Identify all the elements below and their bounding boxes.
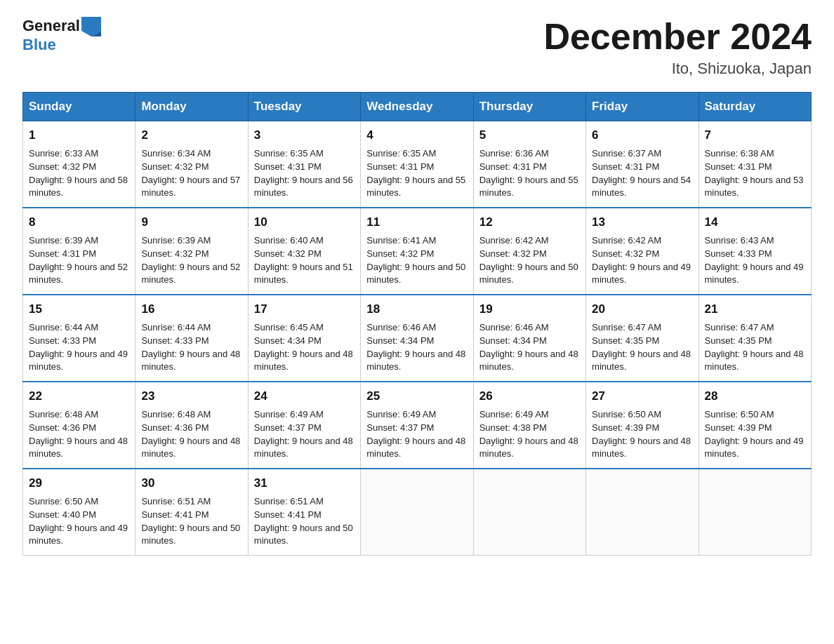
day-info: Sunrise: 6:37 AMSunset: 4:31 PMDaylight:… [592,148,691,199]
day-number: 19 [479,301,580,318]
day-number: 9 [141,214,241,232]
table-row: 7 Sunrise: 6:38 AMSunset: 4:31 PMDayligh… [699,121,811,208]
table-row: 27 Sunrise: 6:50 AMSunset: 4:39 PMDaylig… [586,382,699,469]
weekday-header-row: Sunday Monday Tuesday Wednesday Thursday… [23,93,812,121]
table-row: 18 Sunrise: 6:46 AMSunset: 4:34 PMDaylig… [361,295,473,382]
day-number: 22 [29,388,129,405]
day-number: 20 [592,301,692,318]
day-number: 1 [29,127,129,145]
table-row: 20 Sunrise: 6:47 AMSunset: 4:35 PMDaylig… [586,295,699,382]
day-number: 15 [29,301,129,318]
location: Ito, Shizuoka, Japan [543,60,812,78]
day-info: Sunrise: 6:36 AMSunset: 4:31 PMDaylight:… [479,148,578,199]
day-number: 10 [254,214,355,232]
table-row: 11 Sunrise: 6:41 AMSunset: 4:32 PMDaylig… [361,208,473,295]
day-number: 30 [141,475,241,492]
day-number: 27 [592,388,692,405]
calendar-week-row: 15 Sunrise: 6:44 AMSunset: 4:33 PMDaylig… [23,295,812,382]
day-info: Sunrise: 6:43 AMSunset: 4:33 PMDaylight:… [705,235,804,286]
day-info: Sunrise: 6:50 AMSunset: 4:40 PMDaylight:… [29,496,128,546]
day-number: 18 [366,301,467,318]
table-row: 13 Sunrise: 6:42 AMSunset: 4:32 PMDaylig… [586,208,699,295]
table-row: 29 Sunrise: 6:50 AMSunset: 4:40 PMDaylig… [23,469,135,556]
table-row: 15 Sunrise: 6:44 AMSunset: 4:33 PMDaylig… [23,295,135,382]
table-row: 1 Sunrise: 6:33 AMSunset: 4:32 PMDayligh… [23,121,135,208]
day-info: Sunrise: 6:49 AMSunset: 4:37 PMDaylight:… [254,409,353,459]
calendar-week-row: 1 Sunrise: 6:33 AMSunset: 4:32 PMDayligh… [23,121,812,208]
calendar-week-row: 22 Sunrise: 6:48 AMSunset: 4:36 PMDaylig… [23,382,812,469]
table-row: 2 Sunrise: 6:34 AMSunset: 4:32 PMDayligh… [135,121,248,208]
header-tuesday: Tuesday [248,93,360,121]
table-row: 22 Sunrise: 6:48 AMSunset: 4:36 PMDaylig… [23,382,135,469]
day-number: 14 [705,214,805,232]
table-row: 12 Sunrise: 6:42 AMSunset: 4:32 PMDaylig… [473,208,585,295]
logo-text: General Blue [22,17,101,53]
logo-icon [81,17,101,36]
day-info: Sunrise: 6:35 AMSunset: 4:31 PMDaylight:… [366,148,465,199]
day-number: 8 [29,214,129,232]
table-row: 21 Sunrise: 6:47 AMSunset: 4:35 PMDaylig… [699,295,811,382]
table-row [699,469,811,556]
day-info: Sunrise: 6:40 AMSunset: 4:32 PMDaylight:… [254,235,353,286]
calendar-week-row: 8 Sunrise: 6:39 AMSunset: 4:31 PMDayligh… [23,208,812,295]
day-info: Sunrise: 6:41 AMSunset: 4:32 PMDaylight:… [366,235,465,286]
day-number: 28 [705,388,805,405]
day-number: 24 [254,388,355,405]
table-row [586,469,699,556]
table-row: 8 Sunrise: 6:39 AMSunset: 4:31 PMDayligh… [23,208,135,295]
table-row: 24 Sunrise: 6:49 AMSunset: 4:37 PMDaylig… [248,382,360,469]
table-row: 26 Sunrise: 6:49 AMSunset: 4:38 PMDaylig… [473,382,585,469]
day-info: Sunrise: 6:47 AMSunset: 4:35 PMDaylight:… [592,322,691,373]
table-row [473,469,585,556]
day-info: Sunrise: 6:46 AMSunset: 4:34 PMDaylight:… [366,322,465,373]
header-friday: Friday [586,93,699,121]
day-info: Sunrise: 6:48 AMSunset: 4:36 PMDaylight:… [29,409,128,459]
table-row: 25 Sunrise: 6:49 AMSunset: 4:37 PMDaylig… [361,382,473,469]
day-number: 4 [366,127,467,145]
day-number: 2 [141,127,241,145]
day-info: Sunrise: 6:42 AMSunset: 4:32 PMDaylight:… [592,235,691,286]
day-info: Sunrise: 6:50 AMSunset: 4:39 PMDaylight:… [705,409,804,459]
day-number: 3 [254,127,355,145]
day-number: 16 [141,301,241,318]
day-number: 31 [254,475,355,492]
table-row: 14 Sunrise: 6:43 AMSunset: 4:33 PMDaylig… [699,208,811,295]
table-row: 9 Sunrise: 6:39 AMSunset: 4:32 PMDayligh… [135,208,248,295]
day-number: 26 [479,388,580,405]
day-info: Sunrise: 6:39 AMSunset: 4:32 PMDaylight:… [141,235,240,286]
day-info: Sunrise: 6:35 AMSunset: 4:31 PMDaylight:… [254,148,353,199]
day-info: Sunrise: 6:47 AMSunset: 4:35 PMDaylight:… [705,322,804,373]
table-row [361,469,473,556]
day-info: Sunrise: 6:44 AMSunset: 4:33 PMDaylight:… [141,322,240,373]
table-row: 3 Sunrise: 6:35 AMSunset: 4:31 PMDayligh… [248,121,360,208]
header-monday: Monday [135,93,248,121]
day-number: 17 [254,301,355,318]
day-info: Sunrise: 6:42 AMSunset: 4:32 PMDaylight:… [479,235,578,286]
day-info: Sunrise: 6:48 AMSunset: 4:36 PMDaylight:… [141,409,240,459]
day-number: 12 [479,214,580,232]
header-sunday: Sunday [23,93,135,121]
day-info: Sunrise: 6:50 AMSunset: 4:39 PMDaylight:… [592,409,691,459]
logo: General Blue [22,17,101,53]
table-row: 5 Sunrise: 6:36 AMSunset: 4:31 PMDayligh… [473,121,585,208]
day-info: Sunrise: 6:46 AMSunset: 4:34 PMDaylight:… [479,322,578,373]
calendar-table: Sunday Monday Tuesday Wednesday Thursday… [22,92,812,556]
day-info: Sunrise: 6:39 AMSunset: 4:31 PMDaylight:… [29,235,128,286]
day-number: 23 [141,388,241,405]
day-number: 7 [705,127,805,145]
table-row: 30 Sunrise: 6:51 AMSunset: 4:41 PMDaylig… [135,469,248,556]
table-row: 6 Sunrise: 6:37 AMSunset: 4:31 PMDayligh… [586,121,699,208]
table-row: 17 Sunrise: 6:45 AMSunset: 4:34 PMDaylig… [248,295,360,382]
logo-blue-text: Blue [22,36,56,53]
table-row: 23 Sunrise: 6:48 AMSunset: 4:36 PMDaylig… [135,382,248,469]
table-row: 16 Sunrise: 6:44 AMSunset: 4:33 PMDaylig… [135,295,248,382]
header-saturday: Saturday [699,93,811,121]
day-number: 13 [592,214,692,232]
table-row: 10 Sunrise: 6:40 AMSunset: 4:32 PMDaylig… [248,208,360,295]
day-info: Sunrise: 6:51 AMSunset: 4:41 PMDaylight:… [141,496,240,546]
calendar-week-row: 29 Sunrise: 6:50 AMSunset: 4:40 PMDaylig… [23,469,812,556]
day-number: 5 [479,127,580,145]
title-section: December 2024 Ito, Shizuoka, Japan [543,17,812,78]
header-wednesday: Wednesday [361,93,473,121]
table-row: 19 Sunrise: 6:46 AMSunset: 4:34 PMDaylig… [473,295,585,382]
